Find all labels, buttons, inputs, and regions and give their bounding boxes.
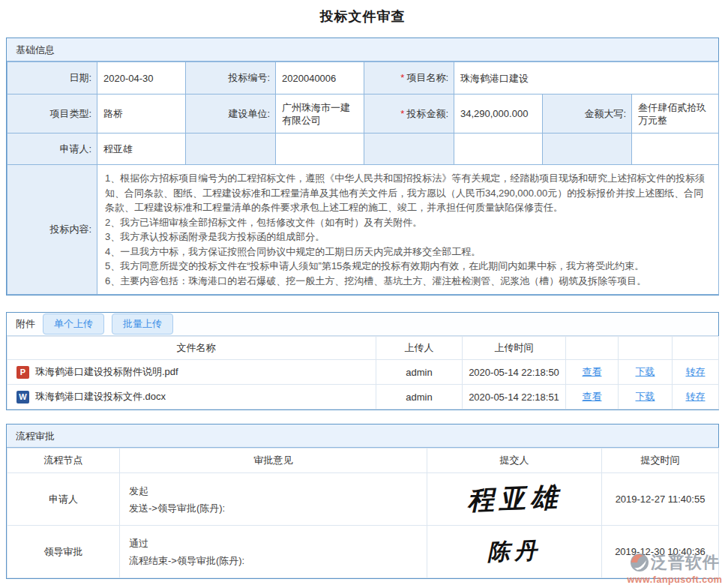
signature-text: 程亚雄 [466,479,562,519]
column-header-submit-time: 提交时间 [602,448,719,473]
page-title: 投标文件审查 [6,8,719,26]
column-header-upload-time: 上传时间 [463,337,566,360]
bid-content-line: 1、根据你方招标项目编号为的工程招标文件，遵照《中华人民共和国招投标法》等有关规… [105,171,711,215]
project-name-field-label: *项目名称: [364,62,454,94]
signature-text: 陈丹 [487,536,541,568]
attachments-label: 附件 [16,317,35,331]
column-header-blank [619,337,673,360]
basic-info-section: 基础信息 日期: 2020-04-30 投标编号: 2020040006 *项目… [6,38,719,296]
project-type-field-label: 项目类型: [7,94,97,134]
applicant-field-value: 程亚雄 [97,134,186,165]
basic-info-section-header: 基础信息 [7,38,718,62]
attachments-section: 附件 单个上传 批量上传 文件名称 上传人 上传时间 P 珠 [6,312,719,410]
approval-row: 领导审批 通过 流程结束->领导审批(陈丹): 陈丹 2019-12-30 10… [7,526,719,578]
required-mark: * [400,108,404,119]
flow-node-cell: 申请人 [7,473,120,526]
opinion-line: 通过 [129,535,427,552]
approval-section-header: 流程审批 [7,424,718,448]
column-header-blank [566,337,619,360]
upload-time-cell: 2020-05-14 22:18:50 [463,360,566,385]
empty-value-cell [632,134,719,165]
approval-section: 流程审批 流程节点 审批意见 提交人 提交时间 申请人 发起 发送->领导审批(… [6,424,719,579]
column-header-flow-node: 流程节点 [7,448,120,473]
column-header-blank [673,337,719,360]
submit-time-cell: 2019-12-27 11:40:55 [602,473,719,526]
amount-words-field-value: 叁仟肆佰贰拾玖万元整 [632,94,719,134]
attachment-row: P 珠海鹤港口建设投标附件说明.pdf admin 2020-05-14 22:… [7,360,719,385]
view-link[interactable]: 查看 [583,391,602,402]
bid-number-field-value: 2020040006 [276,62,364,94]
empty-label-cell [543,134,632,165]
download-link[interactable]: 下载 [636,391,655,402]
bid-content-line: 3、我方承认投标函附录是我方投标函的组成部分。 [105,230,711,244]
empty-label-cell [364,134,454,165]
submitter-signature-cell: 陈丹 [427,526,602,578]
file-name-cell: P 珠海鹤港口建设投标附件说明.pdf [7,360,376,385]
basic-info-table: 日期: 2020-04-30 投标编号: 2020040006 *项目名称: 珠… [7,62,719,295]
uploader-cell: admin [376,360,463,385]
approval-opinion-cell: 通过 流程结束->领导审批(陈丹): [120,526,427,578]
flow-node-cell: 领导审批 [7,526,120,578]
submit-time-cell: 2019-12-30 10:40:36 [602,526,719,578]
amount-words-field-label: 金额大写: [543,94,632,134]
approval-opinion-cell: 发起 发送->领导审批(陈丹): [120,473,427,526]
uploader-cell: admin [376,385,463,410]
batch-upload-button[interactable]: 批量上传 [112,314,173,334]
bid-content-field-label: 投标内容: [7,165,97,295]
bid-content-line: 2、我方已详细审核全部招标文件，包括修改文件（如有时）及有关附件。 [105,215,711,230]
project-type-field-value: 路桥 [97,94,186,134]
opinion-line: 发送->领导审批(陈丹): [129,500,427,517]
download-link[interactable]: 下载 [636,366,655,377]
attachments-table: 文件名称 上传人 上传时间 P 珠海鹤港口建设投标附件说明.pdf admin … [7,336,719,410]
opinion-line: 流程结束->领导审批(陈丹): [129,552,427,569]
bid-amount-field-value: 34,290,000.000 [454,94,543,134]
transfer-link[interactable]: 转存 [686,366,706,377]
word-file-icon: W [16,391,29,404]
column-header-submitter: 提交人 [427,448,602,473]
upload-time-cell: 2020-05-14 22:18:51 [463,385,566,410]
bid-content-line: 6、主要内容包括：珠海港口的岩石爆破、挖一般土方、挖沟槽、基坑土方、灌注桩检测管… [105,274,711,289]
page: 投标文件审查 基础信息 日期: 2020-04-30 投标编号: 2020040… [0,0,725,588]
required-mark: * [400,72,404,83]
view-link[interactable]: 查看 [583,366,602,377]
submitter-signature-cell: 程亚雄 [427,473,602,526]
opinion-line: 发起 [129,482,427,500]
approval-row: 申请人 发起 发送->领导审批(陈丹): 程亚雄 2019-12-27 11:4… [7,473,719,526]
bid-number-field-label: 投标编号: [186,62,276,94]
file-name: 珠海鹤港口建设投标文件.docx [35,390,166,404]
file-name: 珠海鹤港口建设投标附件说明.pdf [35,365,178,379]
build-unit-field-label: 建设单位: [186,94,276,134]
applicant-field-label: 申请人: [7,134,97,165]
project-name-field-value: 珠海鹤港口建设 [454,62,719,94]
date-field-label: 日期: [7,62,97,94]
empty-value-cell [276,134,364,165]
attachments-section-header: 附件 单个上传 批量上传 [7,313,718,336]
bid-amount-field-label: *投标金额: [364,94,454,134]
bid-content-line: 5、我方同意所提交的投标文件在“投标申请人须知”第15条规定的投标有效期内有效，… [105,259,711,274]
date-field-value: 2020-04-30 [97,62,186,94]
empty-value-cell [454,134,543,165]
bid-content-line: 4、一旦我方中标，我方保证按照合同协议中规定的工期日历天内完成并移交全部工程。 [105,244,711,260]
pdf-file-icon: P [16,366,29,379]
approval-table: 流程节点 审批意见 提交人 提交时间 申请人 发起 发送->领导审批(陈丹): … [7,448,719,578]
column-header-uploader: 上传人 [376,337,463,360]
file-name-cell: W 珠海鹤港口建设投标文件.docx [7,385,376,410]
attachment-row: W 珠海鹤港口建设投标文件.docx admin 2020-05-14 22:1… [7,385,719,410]
build-unit-field-value: 广州珠海市一建有限公司 [276,94,364,134]
column-header-approval-opinion: 审批意见 [120,448,427,473]
empty-label-cell [186,134,276,165]
transfer-link[interactable]: 转存 [686,391,706,402]
single-upload-button[interactable]: 单个上传 [43,314,104,334]
bid-content-field-value: 1、根据你方招标项目编号为的工程招标文件，遵照《中华人民共和国招投标法》等有关规… [97,165,719,295]
column-header-file-name: 文件名称 [7,337,376,360]
